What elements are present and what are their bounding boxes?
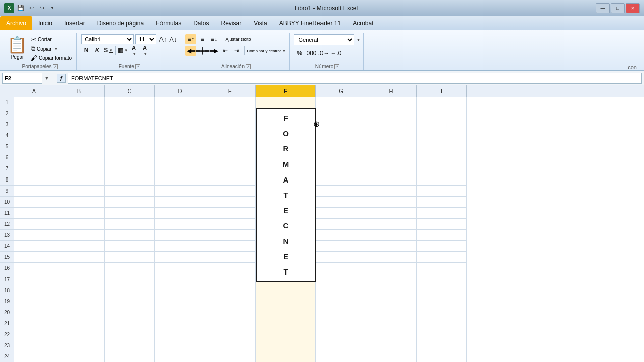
cell-C7[interactable] xyxy=(105,163,155,174)
cell-I5[interactable] xyxy=(417,141,467,152)
cell-H1[interactable] xyxy=(366,97,417,108)
cell-E22[interactable] xyxy=(205,329,256,340)
cell-F24[interactable] xyxy=(256,351,316,362)
cell-H5[interactable] xyxy=(366,141,417,152)
cell-A15[interactable] xyxy=(14,252,54,263)
row-num-24[interactable]: 24 xyxy=(0,351,14,362)
minimize-button[interactable]: — xyxy=(596,3,610,13)
customize-quick-btn[interactable]: ▼ xyxy=(48,4,57,13)
wrap-text-btn[interactable]: Ajustar texto xyxy=(223,34,253,44)
cell-H9[interactable] xyxy=(366,186,417,197)
row-num-4[interactable]: 4 xyxy=(0,130,14,141)
cell-E23[interactable] xyxy=(205,340,256,351)
cell-I19[interactable] xyxy=(417,296,467,307)
cell-I4[interactable] xyxy=(417,130,467,141)
cell-H17[interactable] xyxy=(366,274,417,285)
cell-G17[interactable] xyxy=(316,274,366,285)
cell-D11[interactable] xyxy=(155,208,205,219)
row-num-21[interactable]: 21 xyxy=(0,318,14,329)
cell-D1[interactable] xyxy=(155,97,205,108)
cell-E24[interactable] xyxy=(205,351,256,362)
cell-E8[interactable] xyxy=(205,174,256,186)
cell-D17[interactable] xyxy=(155,274,205,285)
cell-E21[interactable] xyxy=(205,318,256,329)
cell-B13[interactable] xyxy=(54,230,105,241)
font-size-select[interactable]: 11 xyxy=(135,34,156,44)
cell-I14[interactable] xyxy=(417,241,467,252)
cell-D5[interactable] xyxy=(155,141,205,152)
cell-E15[interactable] xyxy=(205,252,256,263)
cell-A7[interactable] xyxy=(14,163,54,174)
cell-A11[interactable] xyxy=(14,208,54,219)
align-top-left-btn[interactable]: ≡↑ xyxy=(185,34,196,44)
cell-E12[interactable] xyxy=(205,219,256,230)
cell-G19[interactable] xyxy=(316,296,366,307)
col-header-b[interactable]: B xyxy=(54,85,105,97)
cell-G12[interactable] xyxy=(316,219,366,230)
cell-H20[interactable] xyxy=(366,307,417,318)
cell-G24[interactable] xyxy=(316,351,366,362)
cell-A20[interactable] xyxy=(14,307,54,318)
cell-H23[interactable] xyxy=(366,340,417,351)
copiar-formato-button[interactable]: 🖌 Copiar formato xyxy=(29,54,73,62)
cell-I22[interactable] xyxy=(417,329,467,340)
align-left-btn[interactable]: ◀═ xyxy=(185,46,196,56)
col-header-g[interactable]: G xyxy=(316,85,366,97)
cell-A23[interactable] xyxy=(14,340,54,351)
cell-C12[interactable] xyxy=(105,219,155,230)
cell-C11[interactable] xyxy=(105,208,155,219)
cell-A6[interactable] xyxy=(14,152,54,163)
col-header-f[interactable]: F xyxy=(256,85,316,97)
cell-I7[interactable] xyxy=(417,163,467,174)
cell-A5[interactable] xyxy=(14,141,54,152)
cell-I8[interactable] xyxy=(417,174,467,186)
cell-C4[interactable] xyxy=(105,130,155,141)
cell-I3[interactable] xyxy=(417,119,467,130)
italic-button[interactable]: K xyxy=(92,45,102,55)
cell-I10[interactable] xyxy=(417,197,467,208)
cell-E16[interactable] xyxy=(205,263,256,274)
pegar-button[interactable]: 📋 Pegar xyxy=(6,34,28,61)
row-num-6[interactable]: 6 xyxy=(0,152,14,163)
merged-cell-formatecnet[interactable]: FORMATECNET xyxy=(256,108,316,282)
cell-E7[interactable] xyxy=(205,163,256,174)
cell-E11[interactable] xyxy=(205,208,256,219)
percent-btn[interactable]: % xyxy=(294,48,305,58)
cell-G5[interactable] xyxy=(316,141,366,152)
cell-F18[interactable] xyxy=(256,285,316,296)
row-num-9[interactable]: 9 xyxy=(0,186,14,197)
cell-H11[interactable] xyxy=(366,208,417,219)
cell-E1[interactable] xyxy=(205,97,256,108)
row-num-3[interactable]: 3 xyxy=(0,119,14,130)
cell-C18[interactable] xyxy=(105,285,155,296)
cell-A13[interactable] xyxy=(14,230,54,241)
cell-C20[interactable] xyxy=(105,307,155,318)
cell-C13[interactable] xyxy=(105,230,155,241)
cell-B11[interactable] xyxy=(54,208,105,219)
cell-H3[interactable] xyxy=(366,119,417,130)
cell-A12[interactable] xyxy=(14,219,54,230)
cell-C19[interactable] xyxy=(105,296,155,307)
cell-D23[interactable] xyxy=(155,340,205,351)
cell-G8[interactable] xyxy=(316,174,366,186)
cell-H19[interactable] xyxy=(366,296,417,307)
cell-C21[interactable] xyxy=(105,318,155,329)
cell-D13[interactable] xyxy=(155,230,205,241)
row-num-22[interactable]: 22 xyxy=(0,329,14,340)
decimal-decrease-btn[interactable]: ←.0 xyxy=(330,48,341,58)
cell-I20[interactable] xyxy=(417,307,467,318)
cell-I21[interactable] xyxy=(417,318,467,329)
cell-D6[interactable] xyxy=(155,152,205,163)
cell-G14[interactable] xyxy=(316,241,366,252)
cell-ref-dropdown[interactable]: ▼ xyxy=(44,75,49,81)
cell-H8[interactable] xyxy=(366,174,417,186)
menu-vista[interactable]: Vista xyxy=(248,16,273,30)
col-header-i[interactable]: I xyxy=(417,85,467,97)
cell-F21[interactable] xyxy=(256,318,316,329)
cell-C5[interactable] xyxy=(105,141,155,152)
formula-input[interactable]: FORMATECNET xyxy=(68,73,642,84)
number-format-select[interactable]: General xyxy=(294,34,354,45)
cell-H7[interactable] xyxy=(366,163,417,174)
menu-datos[interactable]: Datos xyxy=(187,16,215,30)
cell-H13[interactable] xyxy=(366,230,417,241)
